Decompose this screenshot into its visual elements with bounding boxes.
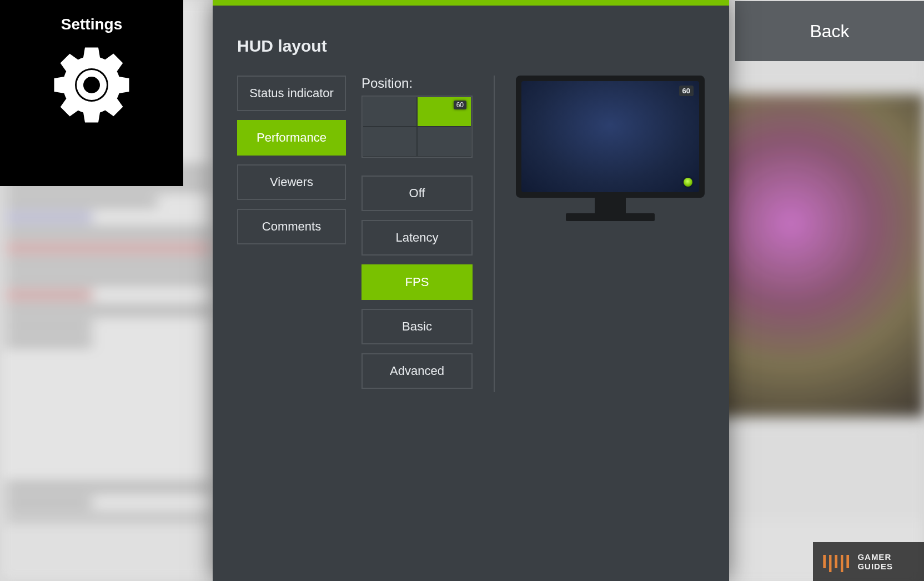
monitor-bezel: 60 xyxy=(516,76,705,198)
position-and-mode-column: Position: 60 Off Latency FPS xyxy=(361,76,473,389)
back-button[interactable]: Back xyxy=(735,1,924,61)
settings-sidebar-box: Settings xyxy=(0,0,183,186)
monitor-stand-base xyxy=(566,213,655,221)
mode-advanced[interactable]: Advanced xyxy=(361,353,473,389)
position-cell-bottom-right[interactable] xyxy=(417,127,471,157)
monitor-stand-neck xyxy=(595,198,626,213)
category-viewers[interactable]: Viewers xyxy=(237,164,346,200)
mode-label: Off xyxy=(409,186,425,201)
category-label: Performance xyxy=(257,131,327,145)
mode-basic[interactable]: Basic xyxy=(361,309,473,344)
position-grid: 60 xyxy=(361,96,473,158)
position-cell-top-right[interactable]: 60 xyxy=(417,97,471,127)
preview-fps-chip: 60 xyxy=(679,86,694,96)
category-label: Status indicator xyxy=(249,86,334,101)
watermark-line2: GUIDES xyxy=(857,562,893,571)
panel-heading: HUD layout xyxy=(237,37,729,56)
position-cell-bottom-left[interactable] xyxy=(363,127,417,157)
position-cell-top-left[interactable] xyxy=(363,97,417,127)
panel-accent-bar xyxy=(213,0,729,6)
watermark-logo-icon: l|l|l xyxy=(822,552,851,571)
settings-title: Settings xyxy=(61,16,122,33)
position-label: Position: xyxy=(361,76,473,91)
category-comments[interactable]: Comments xyxy=(237,209,346,244)
category-status-indicator[interactable]: Status indicator xyxy=(237,76,346,111)
mode-label: Latency xyxy=(395,231,438,245)
position-fps-chip: 60 xyxy=(454,101,466,109)
category-list: Status indicator Performance Viewers Com… xyxy=(237,76,346,244)
status-indicator-icon xyxy=(684,178,692,187)
category-label: Viewers xyxy=(270,175,313,189)
category-label: Comments xyxy=(262,219,321,234)
back-button-label: Back xyxy=(810,21,849,42)
mode-label: FPS xyxy=(405,275,429,289)
monitor-preview: 60 xyxy=(516,76,705,221)
mode-fps[interactable]: FPS xyxy=(361,264,473,300)
watermark-line1: GAMER xyxy=(857,552,893,562)
monitor-screen: 60 xyxy=(521,81,699,192)
mode-latency[interactable]: Latency xyxy=(361,220,473,256)
category-performance[interactable]: Performance xyxy=(237,120,346,156)
gear-icon xyxy=(50,43,133,127)
mode-list: Off Latency FPS Basic Advanced xyxy=(361,176,473,389)
mode-off[interactable]: Off xyxy=(361,176,473,211)
mode-label: Basic xyxy=(402,319,432,334)
hud-layout-panel: HUD layout Status indicator Performance … xyxy=(213,0,729,581)
vertical-separator xyxy=(494,76,495,392)
gamer-guides-watermark: l|l|l GAMER GUIDES xyxy=(813,542,924,581)
mode-label: Advanced xyxy=(390,364,444,378)
